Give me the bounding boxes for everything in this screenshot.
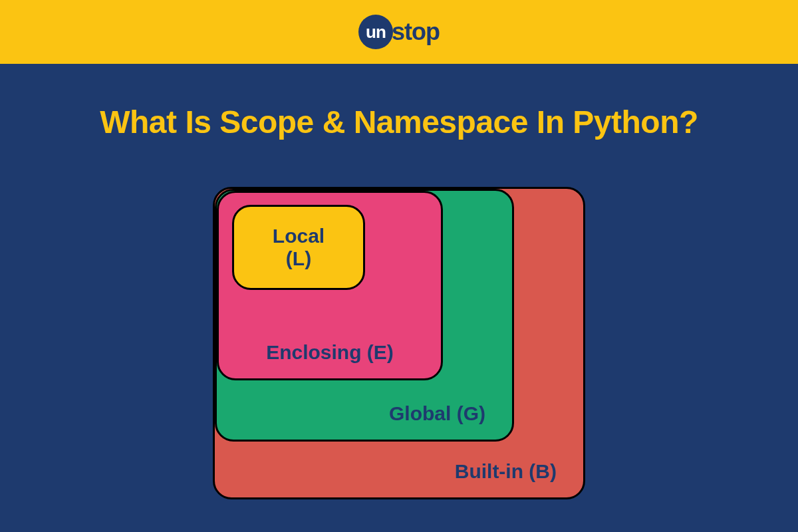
builtin-scope-box: Built-in (B) Global (G) Enclosing (E) Lo… bbox=[213, 187, 585, 499]
builtin-scope-label: Built-in (B) bbox=[455, 460, 557, 483]
global-scope-box: Global (G) Enclosing (E) Local (L) bbox=[215, 189, 514, 442]
enclosing-scope-box: Enclosing (E) Local (L) bbox=[217, 191, 443, 380]
local-scope-box: Local (L) bbox=[232, 205, 365, 290]
brand-logo: un stop bbox=[358, 15, 440, 49]
global-scope-label: Global (G) bbox=[389, 402, 485, 425]
content-area: What Is Scope & Namespace In Python? Bui… bbox=[0, 64, 798, 499]
page-title: What Is Scope & Namespace In Python? bbox=[100, 104, 698, 140]
logo-circle: un bbox=[358, 15, 393, 49]
enclosing-scope-label: Enclosing (E) bbox=[219, 341, 441, 364]
logo-suffix: stop bbox=[392, 18, 440, 46]
scope-diagram: Built-in (B) Global (G) Enclosing (E) Lo… bbox=[213, 187, 585, 499]
header-bar: un stop bbox=[0, 0, 798, 64]
local-scope-label: Local (L) bbox=[273, 225, 325, 271]
